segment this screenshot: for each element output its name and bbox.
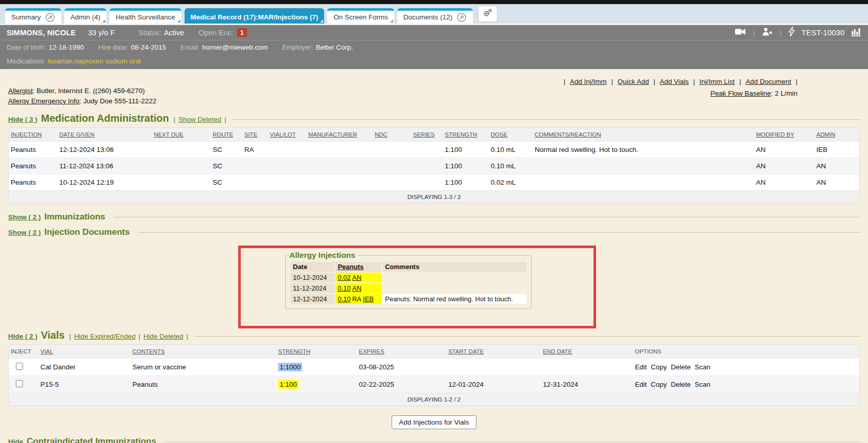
- column-site[interactable]: SITE: [242, 128, 268, 142]
- inject-checkbox[interactable]: [16, 380, 23, 387]
- peak-flow-link[interactable]: Peak Flow Baseline: [711, 90, 771, 97]
- column-admin[interactable]: ADMIN: [814, 128, 859, 142]
- contraindicated-hide-toggle[interactable]: Hide: [8, 438, 23, 443]
- admin-by-link[interactable]: AN: [352, 284, 361, 292]
- tab-on-screen-forms[interactable]: On Screen Forms: [327, 8, 394, 24]
- cell-expires: 03-08-2025: [357, 359, 446, 376]
- open-encounters: Open Enc: 1: [198, 28, 247, 37]
- cell-route: SC: [211, 174, 242, 191]
- medication-administration-table-wrap: INJECTION DATE GIVEN NEXT DUE ROUTE SITE…: [8, 127, 860, 204]
- column-expires[interactable]: EXPIRES: [357, 345, 446, 359]
- column-strength[interactable]: STRENGTH: [443, 128, 489, 142]
- cell-comments: [382, 283, 527, 293]
- allergy-injections-panel: Allergy Injections Date Peanuts Comments…: [285, 251, 532, 309]
- admin-by-link[interactable]: IEB: [363, 295, 374, 303]
- cell-site: [242, 158, 268, 174]
- section-rule: [114, 217, 860, 217]
- allergist-value: Butler, Internist E. ((260) 459-6270): [37, 87, 145, 95]
- section-rule: [165, 441, 860, 442]
- add-document-link[interactable]: Add Document: [745, 78, 791, 85]
- peanuts-column-link[interactable]: Peanuts: [338, 263, 364, 271]
- tab-health-surveillance[interactable]: Health Surveillance: [109, 8, 181, 24]
- cell-dose: 0.10 mL: [489, 158, 533, 174]
- injection-documents-header: Show ( 2 ) Injection Documents: [8, 227, 860, 237]
- inject-checkbox[interactable]: [16, 363, 23, 370]
- date-of-birth: Date of birth: 12-18-1990: [7, 43, 84, 51]
- flowsheet-chart-icon[interactable]: [851, 27, 861, 38]
- copy-link[interactable]: Copy: [651, 381, 667, 388]
- hide-expired-ended-link[interactable]: Hide Expired/Ended: [74, 333, 135, 340]
- admin-by-link[interactable]: AN: [352, 274, 361, 281]
- column-series[interactable]: SERIES: [411, 128, 443, 142]
- dose-link[interactable]: 0.10: [338, 295, 351, 303]
- column-route[interactable]: ROUTE: [211, 128, 242, 142]
- delete-link[interactable]: Delete: [671, 381, 691, 388]
- tab-documents[interactable]: Documents (12): [397, 8, 473, 24]
- column-vial[interactable]: VIAL: [38, 345, 130, 359]
- popout-icon[interactable]: [457, 12, 467, 22]
- column-date-given[interactable]: DATE GIVEN: [57, 128, 152, 142]
- vials-hide-toggle[interactable]: Hide ( 2 ): [8, 333, 37, 340]
- medication-link[interactable]: naproxen sodium oral: [75, 57, 141, 65]
- add-inj-imm-link[interactable]: Add Inj/Imm: [570, 78, 607, 85]
- allergist-link[interactable]: Allergist: [8, 87, 33, 95]
- column-ndc[interactable]: NDC: [373, 128, 411, 142]
- popout-icon[interactable]: [45, 12, 55, 22]
- table-header-row: Date Peanuts Comments: [290, 262, 527, 272]
- immunizations-show-toggle[interactable]: Show ( 2 ): [8, 213, 41, 221]
- column-dose[interactable]: DOSE: [489, 128, 533, 142]
- edit-link[interactable]: Edit: [635, 381, 647, 388]
- allergy-emergency-link[interactable]: Allergy Emergency Info: [8, 97, 80, 105]
- show-deleted-link[interactable]: Show Deleted: [178, 116, 221, 123]
- lightning-bolt-icon[interactable]: [788, 27, 795, 38]
- column-injection[interactable]: INJECTION: [9, 128, 57, 142]
- dose-link[interactable]: 0.02: [338, 274, 351, 281]
- copy-link[interactable]: Copy: [651, 363, 667, 371]
- cell-ndc: [373, 158, 411, 174]
- settings-button[interactable]: [478, 6, 497, 22]
- cell-date: 12-12-2024: [290, 294, 334, 304]
- add-vials-link[interactable]: Add Vials: [660, 78, 689, 85]
- add-injections-for-vials-button[interactable]: Add Injections for Vials: [392, 415, 476, 429]
- column-next-due[interactable]: NEXT DUE: [152, 128, 211, 142]
- medication-administration-table: INJECTION DATE GIVEN NEXT DUE ROUTE SITE…: [9, 128, 859, 190]
- edit-link[interactable]: Edit: [635, 363, 647, 371]
- cell-ndc: [373, 174, 411, 191]
- column-strength[interactable]: STRENGTH: [276, 345, 357, 359]
- column-comments-reaction[interactable]: COMMENTS/REACTION: [533, 128, 754, 142]
- cell-series: [411, 142, 443, 158]
- cell-dose: 0.10RAIEB: [335, 294, 382, 304]
- hire-date: Hire date: 08-24-2015: [98, 43, 166, 51]
- dose-link[interactable]: 0.10: [338, 284, 351, 292]
- separator: :: [33, 87, 37, 95]
- divider: |: [753, 28, 755, 37]
- scan-link[interactable]: Scan: [695, 381, 711, 388]
- inj-imm-list-link[interactable]: Inj/Imm List: [699, 78, 735, 85]
- delete-link[interactable]: Delete: [671, 363, 691, 371]
- tab-medical-record[interactable]: Medical Record (17):MAR/Injections (7): [185, 8, 325, 24]
- med-admin-hide-toggle[interactable]: Hide ( 3 ): [8, 116, 37, 123]
- cell-end-date: [541, 359, 633, 376]
- separator: :: [771, 90, 775, 97]
- quick-add-link[interactable]: Quick Add: [618, 78, 649, 85]
- cell-inject: [9, 359, 38, 376]
- tab-summary[interactable]: Summary: [5, 8, 61, 24]
- column-end-date[interactable]: END DATE: [541, 345, 633, 359]
- scan-link[interactable]: Scan: [695, 363, 711, 371]
- column-vial-lot[interactable]: VIAL/LOT: [268, 128, 306, 142]
- column-start-date[interactable]: START DATE: [446, 345, 541, 359]
- injection-documents-show-toggle[interactable]: Show ( 2 ): [8, 229, 41, 236]
- column-modified-by[interactable]: MODIFIED BY: [754, 128, 814, 142]
- hide-deleted-link[interactable]: Hide Deleted: [143, 333, 183, 340]
- video-camera-icon[interactable]: [735, 27, 746, 38]
- tab-documents-label: Documents (12): [403, 13, 452, 21]
- medication-link[interactable]: losartan: [48, 57, 73, 65]
- add-person-icon[interactable]: [762, 27, 773, 38]
- open-enc-badge[interactable]: 1: [237, 28, 247, 37]
- column-contents[interactable]: CONTENTS: [130, 345, 276, 359]
- vials-table-wrap: INJECT VIAL CONTENTS STRENGTH EXPIRES ST…: [8, 344, 860, 406]
- cell-date: 10-12-2024: [290, 273, 334, 282]
- separator: |: [69, 333, 71, 340]
- tab-admin[interactable]: Admin (4): [64, 8, 107, 24]
- column-manufacturer[interactable]: MANUFACTURER: [306, 128, 373, 142]
